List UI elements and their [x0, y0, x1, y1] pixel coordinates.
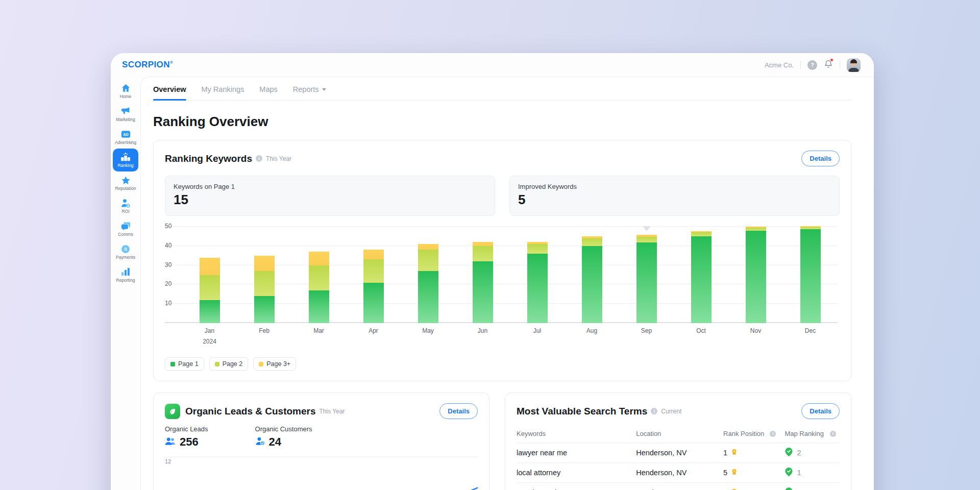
period-label: This Year	[320, 408, 345, 415]
x-axis-label: Oct	[674, 327, 728, 334]
bar-segment-page-3+	[418, 244, 438, 250]
info-icon[interactable]: i	[256, 155, 262, 162]
search-terms-table: KeywordsLocationRank PositioniMap Rankin…	[517, 425, 840, 490]
notification-bell-icon[interactable]	[824, 59, 833, 71]
help-icon[interactable]: ?	[807, 60, 817, 70]
y-axis-tick: 10	[165, 300, 172, 307]
organic-leads-stat: Organic Leads 256	[165, 425, 208, 449]
table-row: lawyer near meHenderson, NV12	[517, 443, 840, 462]
bar-feb[interactable]	[237, 226, 291, 323]
people-icon	[165, 435, 176, 449]
sidebar: HomeMarketingADAdvertisingRankingReputat…	[111, 77, 140, 490]
person-dollar-icon: $	[121, 198, 130, 208]
organic-details-button[interactable]: Details	[439, 403, 478, 419]
bar-mar[interactable]	[291, 226, 346, 323]
bar-sep[interactable]	[619, 226, 674, 323]
person-check-icon	[255, 435, 265, 449]
x-axis-label: Jun	[455, 327, 510, 334]
info-icon[interactable]: i	[770, 431, 776, 437]
organic-leads-title: Organic Leads & Customers	[185, 406, 316, 417]
bar-may[interactable]	[401, 226, 455, 323]
x-axis-label: Dec	[783, 327, 838, 334]
bar-apr[interactable]	[346, 226, 401, 323]
bar-jul[interactable]	[510, 226, 565, 323]
organic-customers-value: 24	[269, 435, 281, 449]
sidebar-item-marketing[interactable]: Marketing	[113, 103, 138, 126]
organic-leads-line	[168, 488, 478, 490]
map-pin-check-icon	[785, 467, 793, 478]
bar-jun[interactable]	[455, 226, 510, 323]
chevron-down-icon	[322, 88, 326, 93]
sidebar-item-advertising[interactable]: ADAdvertising	[113, 126, 138, 149]
bar-segment-page-2	[200, 275, 220, 300]
tab-maps[interactable]: Maps	[259, 85, 277, 100]
star-icon	[121, 175, 131, 185]
sidebar-item-reporting[interactable]: Reporting	[113, 263, 138, 286]
ad-badge-icon: AD	[121, 129, 131, 139]
bar-segment-page-1	[473, 261, 493, 323]
search-terms-card: Most Valuable Search Terms i Current Det…	[505, 393, 851, 490]
tab-reports[interactable]: Reports	[293, 85, 326, 100]
legend-item-page-1[interactable]: Page 1	[165, 357, 204, 371]
search-terms-title: Most Valuable Search Terms	[517, 406, 647, 417]
bar-segment-page-1	[636, 242, 657, 323]
medal-icon	[730, 488, 738, 490]
sidebar-item-payments[interactable]: SPayments	[113, 240, 138, 263]
account-name[interactable]: Acme Co.	[765, 61, 794, 69]
bar-segment-page-2	[527, 244, 548, 254]
svg-text:AD: AD	[123, 133, 128, 137]
megaphone-icon	[121, 106, 131, 116]
legend-item-page-2[interactable]: Page 2	[209, 357, 249, 371]
legend-item-page-3+[interactable]: Page 3+	[253, 357, 296, 371]
bar-segment-page-1	[582, 246, 602, 323]
legend-swatch	[170, 362, 175, 366]
terms-details-button[interactable]: Details	[801, 403, 840, 419]
organic-leads-value: 256	[180, 435, 199, 449]
ranking-details-button[interactable]: Details	[801, 151, 840, 166]
x-axis-label: May	[401, 327, 455, 334]
tab-label: Overview	[153, 85, 186, 93]
sidebar-item-comms[interactable]: Comms	[113, 217, 138, 240]
divider	[840, 61, 840, 69]
x-axis-label: Sep	[619, 327, 674, 334]
legend-swatch	[215, 362, 219, 366]
bar-nov[interactable]	[728, 226, 783, 323]
bar-segment-page-3+	[254, 256, 275, 271]
tab-my-rankings[interactable]: My Rankings	[202, 85, 244, 100]
divider	[800, 61, 801, 69]
bar-dec[interactable]	[783, 226, 838, 323]
info-icon[interactable]: i	[651, 408, 657, 414]
bar-jan[interactable]	[182, 226, 237, 323]
user-avatar[interactable]	[847, 58, 861, 72]
rank-position-cell: 1	[723, 448, 785, 458]
map-pin-check-icon	[785, 487, 793, 490]
ranking-bar-chart: 1020304050 JanFebMarAprMayJunJulAugSepOc…	[165, 226, 840, 371]
y-axis-tick: 30	[165, 261, 172, 268]
rank-position-cell: 5	[723, 468, 785, 478]
info-icon[interactable]: i	[830, 431, 836, 437]
legend-label: Page 2	[223, 360, 243, 368]
sidebar-item-home[interactable]: Home	[113, 80, 138, 103]
sidebar-item-roi[interactable]: $ROI	[113, 194, 138, 217]
leaf-icon	[165, 404, 180, 419]
bar-segment-page-1	[691, 236, 712, 323]
page-title: Ranking Overview	[153, 114, 851, 130]
bar-aug[interactable]	[565, 226, 619, 323]
x-axis-label: Mar	[291, 327, 346, 334]
bar-segment-page-1	[527, 254, 548, 323]
table-row: Henderson lawyerHenderson, NV42	[517, 482, 840, 490]
sidebar-item-label: Reporting	[116, 278, 135, 283]
tab-label: Maps	[259, 85, 277, 93]
main-content: OverviewMy RankingsMapsReports Ranking O…	[140, 77, 874, 490]
notification-dot	[830, 58, 834, 62]
x-axis-label: Jul	[510, 327, 565, 334]
app-window: SCORPION® Acme Co. ? HomeMarketingADAdve…	[111, 53, 874, 490]
bar-oct[interactable]	[674, 226, 728, 323]
bar-chart-icon	[121, 267, 130, 277]
tab-overview[interactable]: Overview	[153, 85, 186, 100]
column-header-location: Location	[636, 430, 723, 437]
sidebar-item-ranking[interactable]: Ranking	[113, 149, 138, 172]
legend-swatch	[259, 362, 263, 366]
sidebar-item-reputation[interactable]: Reputation	[113, 172, 138, 194]
ranking-keywords-card: Ranking Keywords i This Year Details Key…	[153, 140, 851, 381]
